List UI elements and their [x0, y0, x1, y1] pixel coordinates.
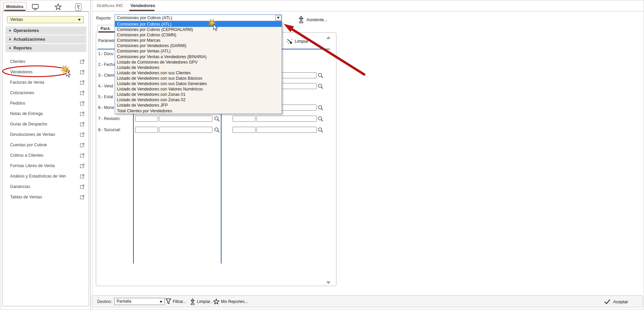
main-tabbar: Gráficos IHC Vendedores	[93, 0, 644, 11]
dropdown-option[interactable]: Listado de Vendedores con sus Datos Bási…	[115, 76, 282, 81]
search-icon[interactable]	[214, 116, 220, 122]
sidebar-item[interactable]: Guías de Despacho	[2, 119, 89, 129]
active-tab-underline	[129, 10, 155, 11]
external-link-icon	[80, 195, 85, 199]
search-icon[interactable]	[318, 116, 323, 122]
sidebar-item-label: Formas Libres de Venta	[10, 163, 80, 168]
sidebar-item[interactable]: Análisis y Estadísticas de Ven	[2, 171, 89, 181]
sidebar-section-label: Actualizaciones	[13, 37, 45, 42]
wizard-icon	[190, 298, 196, 305]
search-icon[interactable]	[318, 105, 323, 111]
param-input-small[interactable]	[135, 116, 158, 122]
search-icon[interactable]	[318, 73, 323, 78]
aceptar-button[interactable]: Aceptar	[604, 298, 628, 305]
sidebar-item[interactable]: Facturas de Venta	[2, 77, 89, 87]
sidebar-item[interactable]: Tablas de Ventas	[2, 192, 89, 202]
dropdown-option[interactable]: Listado de Vendedores con Valores Numéri…	[115, 86, 282, 92]
sidebar-item[interactable]: Devoluciones de Ventas	[2, 129, 89, 140]
parametros-header: Parámetr	[98, 38, 115, 43]
sidebar-item-label: Devoluciones de Ventas	[10, 132, 80, 137]
check-icon	[604, 299, 610, 304]
asistente-label: Asistente...	[307, 17, 327, 22]
sidebar-item[interactable]: Cobros a Clientes	[2, 150, 89, 160]
filtrar-button[interactable]: Filtrar...	[165, 298, 186, 305]
tab-vendedores[interactable]: Vendedores	[130, 3, 155, 8]
sidebar-item-label: Cobros a Clientes	[10, 153, 80, 158]
chevron-right-icon	[9, 38, 11, 41]
triangle-down-icon	[326, 281, 330, 284]
scroll-up-button[interactable]	[326, 35, 331, 40]
dropdown-option[interactable]: Listado de Vendedores con sus Clientes	[115, 70, 282, 76]
external-link-icon	[80, 101, 85, 106]
report-select[interactable]: Comisiones por Cobros (ATL)	[115, 14, 282, 21]
sidebar-main-divider-2	[92, 0, 93, 310]
external-link-icon	[80, 184, 85, 189]
limpiar-button[interactable]: Limpiar	[286, 38, 309, 45]
dropdown-option[interactable]: Comisiones por Ventas a Vendedores (BINA…	[115, 54, 282, 60]
limpiar-label: Limpiar	[295, 39, 309, 44]
dropdown-option[interactable]: Comisiones por Vendedores (GARMI)	[115, 43, 282, 48]
search-icon[interactable]	[318, 83, 323, 89]
param-label: 6.- Mone	[98, 105, 114, 110]
star-icon	[213, 299, 219, 305]
panel-tab-parametros[interactable]: Pará	[97, 25, 117, 33]
external-link-icon	[80, 174, 85, 179]
sidebar-item[interactable]: Cotizaciones	[2, 87, 89, 98]
dropdown-option[interactable]: Listado de Vendedores	[115, 65, 282, 70]
search-icon[interactable]	[214, 127, 220, 133]
sidebar-section[interactable]: Operaciones	[5, 27, 86, 35]
sidebar-item[interactable]: Formas Libres de Venta	[2, 160, 89, 171]
tab-modulos[interactable]: Módulos	[3, 2, 27, 11]
sidebar-item[interactable]: Clientes	[2, 56, 89, 67]
mis-reportes-button[interactable]: Mis Reportes...	[213, 298, 248, 305]
wizard-icon	[298, 16, 305, 24]
sidebar-item-label: Análisis y Estadísticas de Ven	[10, 174, 80, 179]
param-input-large[interactable]	[159, 127, 212, 133]
param-input-large[interactable]	[256, 116, 317, 122]
report-select-arrow[interactable]	[275, 15, 281, 21]
asistente-button[interactable]: Asistente...	[298, 16, 327, 24]
sidebar-item-label: Cotizaciones	[10, 90, 80, 95]
report-dropdown-list: Comisiones por Cobros (ATL)Comisiones po…	[115, 21, 282, 114]
tab-graficos-ihc[interactable]: Gráficos IHC	[97, 3, 123, 8]
dropdown-option[interactable]: Listado de Vendedores con Zonas 01	[115, 92, 282, 97]
scroll-down-button[interactable]	[326, 280, 331, 285]
dropdown-option[interactable]: Total Clientes por Vendedores	[115, 108, 282, 114]
param-input-large[interactable]	[159, 116, 212, 122]
sidebar-item[interactable]: Pedidos	[2, 98, 89, 108]
monitor-icon[interactable]	[31, 3, 39, 11]
destino-select[interactable]: Pantalla	[114, 298, 165, 305]
dropdown-option[interactable]: Comisiones por Ventas (ATL)	[115, 48, 282, 54]
sidebar-item[interactable]: Cuentas por Cobrar	[2, 140, 89, 150]
sidebar-section[interactable]: Actualizaciones	[5, 35, 86, 43]
dropdown-option[interactable]: Listado de Vendedores JFP	[115, 103, 282, 108]
param-input-small[interactable]	[233, 116, 255, 122]
sidebar-main-divider	[90, 0, 91, 310]
dropdown-option[interactable]: Comisiones por Cobros (CSMN)	[115, 32, 282, 38]
param-input-small[interactable]	[135, 127, 158, 133]
star-icon[interactable]	[54, 3, 62, 11]
dropdown-option[interactable]: Comisiones por Cobros (CEPROALARM)	[115, 27, 282, 32]
sidebar-item[interactable]: Ganancias	[2, 181, 89, 192]
key-icon[interactable]	[74, 3, 82, 11]
param-input-large[interactable]	[256, 127, 317, 133]
sidebar-item-label: Guías de Despacho	[10, 122, 80, 126]
dropdown-option[interactable]: Listado de Vendedores con sus Datos Gene…	[115, 81, 282, 86]
sidebar-item[interactable]: Notas de Entrega	[2, 108, 89, 119]
param-label: 7.- Revisión:	[98, 116, 121, 121]
chevron-down-icon	[160, 301, 162, 303]
search-icon[interactable]	[318, 127, 323, 133]
chevron-down-icon	[78, 19, 81, 21]
funnel-icon	[165, 298, 171, 305]
dropdown-option[interactable]: Comisiones por Marcas	[115, 38, 282, 43]
sidebar-section[interactable]: Reportes	[5, 44, 86, 52]
param-input-small[interactable]	[233, 127, 255, 133]
dropdown-option[interactable]: Comisiones por Cobros (ATL)	[115, 22, 282, 27]
sidebar-item-label: Cuentas por Cobrar	[10, 143, 80, 147]
dropdown-option[interactable]: Listado de Vendedores con Zonas 02	[115, 97, 282, 103]
sidebar-item[interactable]: Vendedores	[2, 67, 89, 77]
dropdown-option[interactable]: Listado de Comisiones de Vendedores GPV	[115, 60, 282, 65]
limpiar-footer-button[interactable]: Limpiar...	[190, 298, 213, 305]
module-select[interactable]: Ventas	[7, 16, 84, 23]
param-label: 4.- Vend	[98, 84, 113, 88]
